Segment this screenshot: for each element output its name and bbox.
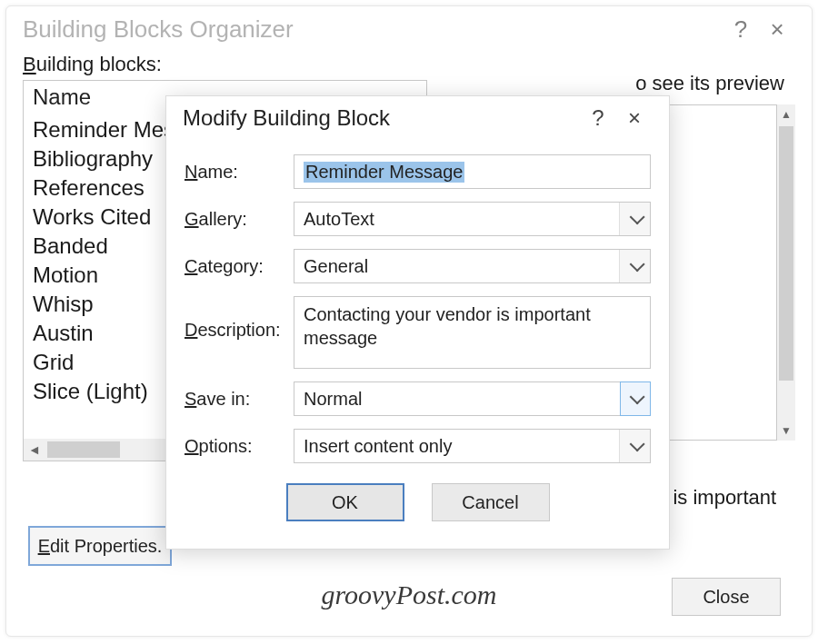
ok-button[interactable]: OK — [286, 483, 404, 521]
category-label: Category: — [185, 256, 286, 277]
edit-properties-button[interactable]: Edit Properties. — [28, 526, 172, 566]
vertical-scrollbar[interactable]: ▲ ▼ — [777, 104, 795, 441]
chevron-down-icon[interactable] — [619, 250, 650, 282]
close-icon[interactable]: × — [759, 15, 795, 44]
options-value: Insert content only — [304, 436, 452, 457]
help-button[interactable]: ? — [723, 15, 759, 44]
description-value: Contacting your vendor is important mess… — [304, 302, 641, 350]
parent-dialog-title: Building Blocks Organizer — [23, 15, 723, 44]
gallery-label: Gallery: — [185, 209, 286, 230]
gallery-combobox[interactable]: AutoText — [294, 202, 651, 236]
preview-pane — [668, 104, 777, 441]
options-label: Options: — [185, 436, 286, 457]
name-value: Reminder Message — [304, 162, 464, 183]
preview-hint: o see its preview — [635, 72, 784, 95]
category-combobox[interactable]: General — [294, 249, 651, 283]
close-button[interactable]: Close — [672, 578, 781, 616]
save-in-label: Save in: — [185, 389, 286, 410]
chevron-down-icon[interactable] — [619, 430, 650, 462]
name-field[interactable]: Reminder Message — [294, 154, 651, 189]
preview-description: r is important — [661, 486, 788, 510]
cancel-button[interactable]: Cancel — [432, 483, 550, 521]
dialog-titlebar: Modify Building Block ? × — [166, 96, 669, 134]
parent-titlebar: Building Blocks Organizer ? × — [6, 6, 812, 47]
description-label: Description: — [185, 296, 286, 341]
name-label: Name: — [185, 162, 286, 183]
save-in-combobox[interactable]: Normal — [294, 381, 651, 416]
category-value: General — [304, 256, 368, 277]
help-button[interactable]: ? — [580, 105, 616, 131]
gallery-value: AutoText — [304, 209, 374, 230]
chevron-down-icon[interactable] — [619, 203, 650, 235]
options-combobox[interactable]: Insert content only — [294, 429, 651, 463]
scroll-up-icon[interactable]: ▲ — [777, 104, 795, 124]
scrollbar-thumb[interactable] — [47, 441, 120, 458]
dialog-title: Modify Building Block — [183, 105, 580, 131]
watermark: groovyPost.com — [321, 580, 496, 610]
building-blocks-organizer-dialog: Building Blocks Organizer ? × Building b… — [5, 5, 813, 637]
scrollbar-thumb[interactable] — [779, 126, 793, 381]
description-field[interactable]: Contacting your vendor is important mess… — [294, 296, 651, 369]
modify-building-block-dialog: Modify Building Block ? × Name: Reminder… — [165, 95, 670, 550]
scroll-left-icon[interactable]: ◄ — [24, 439, 45, 461]
save-in-value: Normal — [304, 389, 362, 410]
edit-properties-label: dit Properties. — [50, 536, 162, 556]
chevron-down-icon[interactable] — [620, 381, 651, 416]
scroll-down-icon[interactable]: ▼ — [777, 421, 795, 441]
close-icon[interactable]: × — [616, 105, 653, 131]
